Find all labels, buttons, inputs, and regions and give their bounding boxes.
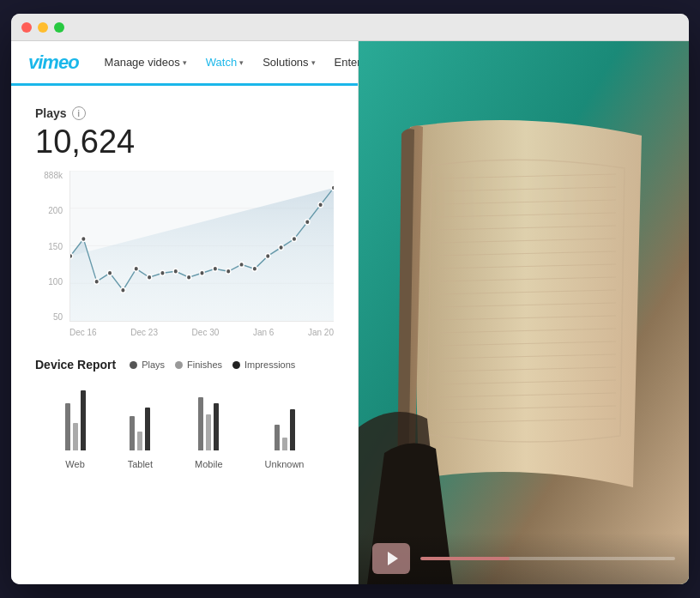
device-report-title: Device Report bbox=[35, 358, 116, 371]
svg-point-6 bbox=[94, 279, 99, 284]
bar-group-unknown: Unknown bbox=[265, 382, 305, 469]
x-label-dec30: Dec 30 bbox=[192, 328, 220, 337]
y-label-200: 200 bbox=[48, 206, 63, 215]
chart-area bbox=[69, 171, 334, 322]
bar-group-mobile: Mobile bbox=[195, 382, 222, 469]
bar-mobile-finishes bbox=[206, 414, 211, 450]
svg-point-15 bbox=[213, 266, 217, 271]
nav-watch[interactable]: Watch ▾ bbox=[206, 56, 244, 69]
svg-point-21 bbox=[292, 237, 296, 242]
y-label-100: 100 bbox=[48, 277, 63, 287]
bars-tablet bbox=[130, 382, 150, 450]
bar-group-tablet: Tablet bbox=[128, 382, 153, 469]
chevron-down-icon: ▾ bbox=[311, 58, 316, 67]
legend-finishes-dot bbox=[175, 361, 183, 369]
x-label-dec16: Dec 16 bbox=[69, 328, 97, 337]
progress-fill bbox=[420, 557, 510, 560]
progress-bar[interactable] bbox=[420, 557, 675, 560]
bar-web-plays bbox=[65, 403, 70, 450]
bar-label-unknown: Unknown bbox=[265, 459, 305, 469]
x-label-dec23: Dec 23 bbox=[130, 328, 158, 337]
y-label-50: 50 bbox=[53, 312, 63, 322]
bars-unknown bbox=[275, 382, 295, 450]
bars-container: Web Tablet bbox=[35, 384, 334, 469]
video-thumbnail bbox=[359, 41, 689, 584]
bar-label-mobile: Mobile bbox=[195, 459, 222, 469]
play-icon bbox=[388, 552, 398, 565]
svg-point-24 bbox=[331, 185, 334, 190]
chart-y-axis: 888k 200 150 100 50 bbox=[35, 171, 66, 322]
svg-point-9 bbox=[134, 266, 138, 271]
svg-point-17 bbox=[239, 262, 244, 267]
chart-x-axis: Dec 16 Dec 23 Dec 30 Jan 6 Jan 20 bbox=[69, 322, 334, 342]
svg-point-18 bbox=[252, 266, 256, 271]
right-panel bbox=[359, 41, 689, 584]
legend: Plays Finishes Impressions bbox=[130, 359, 295, 370]
bar-label-tablet: Tablet bbox=[128, 459, 153, 469]
bar-tablet-finishes bbox=[137, 432, 142, 450]
bar-unknown-plays bbox=[275, 425, 280, 450]
svg-point-12 bbox=[173, 269, 178, 274]
svg-point-13 bbox=[186, 275, 190, 280]
bar-web-impressions bbox=[81, 390, 86, 450]
maximize-button[interactable] bbox=[54, 22, 64, 33]
close-button[interactable] bbox=[21, 22, 32, 33]
bar-unknown-impressions bbox=[290, 409, 295, 450]
bar-mobile-plays bbox=[198, 397, 203, 450]
svg-point-23 bbox=[318, 202, 323, 208]
chart-container: 888k 200 150 100 50 bbox=[35, 171, 334, 342]
bar-group-web: Web bbox=[65, 382, 86, 469]
legend-impressions-dot bbox=[232, 361, 240, 369]
content-area: vimeo Manage videos ▾ Watch ▾ Solutions … bbox=[11, 41, 689, 584]
legend-finishes: Finishes bbox=[175, 359, 222, 370]
x-label-jan6: Jan 6 bbox=[253, 328, 274, 337]
legend-finishes-label: Finishes bbox=[187, 359, 222, 370]
bar-mobile-impressions bbox=[214, 403, 219, 450]
legend-impressions-label: Impressions bbox=[244, 359, 295, 370]
chevron-down-icon: ▾ bbox=[239, 58, 244, 67]
device-report: Device Report Plays Finishes bbox=[35, 358, 334, 469]
svg-point-20 bbox=[279, 245, 283, 251]
svg-point-16 bbox=[226, 269, 230, 274]
bar-unknown-finishes bbox=[282, 438, 287, 450]
nav-manage-videos[interactable]: Manage videos ▾ bbox=[105, 56, 187, 69]
svg-point-19 bbox=[266, 253, 270, 258]
bar-label-web: Web bbox=[65, 459, 84, 469]
bars-mobile bbox=[198, 382, 219, 450]
play-button[interactable] bbox=[372, 543, 410, 574]
legend-plays: Plays bbox=[130, 359, 165, 370]
svg-point-5 bbox=[81, 237, 86, 242]
minimize-button[interactable] bbox=[38, 22, 48, 33]
svg-point-7 bbox=[107, 270, 112, 275]
info-icon[interactable]: i bbox=[72, 106, 86, 120]
bar-tablet-impressions bbox=[145, 408, 150, 450]
main-content: Plays i 10,624 888k 200 150 100 50 bbox=[11, 86, 358, 584]
browser-window: vimeo Manage videos ▾ Watch ▾ Solutions … bbox=[11, 14, 689, 584]
bar-web-finishes bbox=[73, 423, 78, 450]
svg-point-8 bbox=[121, 287, 125, 293]
y-label-888k: 888k bbox=[44, 171, 63, 180]
title-bar bbox=[11, 14, 689, 41]
chevron-down-icon: ▾ bbox=[183, 58, 187, 67]
svg-point-14 bbox=[200, 270, 204, 275]
nav-solutions[interactable]: Solutions ▾ bbox=[262, 56, 315, 69]
plays-count: 10,624 bbox=[35, 124, 334, 160]
legend-plays-dot bbox=[130, 361, 137, 369]
plays-label: Plays i bbox=[35, 106, 334, 120]
svg-point-10 bbox=[147, 275, 151, 280]
svg-point-11 bbox=[160, 270, 165, 275]
svg-point-4 bbox=[70, 253, 73, 258]
vimeo-logo: vimeo bbox=[28, 51, 79, 74]
video-controls bbox=[359, 533, 689, 584]
legend-impressions: Impressions bbox=[232, 359, 295, 370]
device-report-header: Device Report Plays Finishes bbox=[35, 358, 334, 371]
x-label-jan20: Jan 20 bbox=[308, 328, 334, 337]
bars-web bbox=[65, 382, 86, 450]
y-label-150: 150 bbox=[48, 242, 63, 251]
svg-point-22 bbox=[305, 220, 310, 225]
bar-tablet-plays bbox=[130, 416, 135, 450]
left-panel: vimeo Manage videos ▾ Watch ▾ Solutions … bbox=[11, 41, 359, 584]
legend-plays-label: Plays bbox=[142, 359, 165, 370]
nav-bar: vimeo Manage videos ▾ Watch ▾ Solutions … bbox=[11, 41, 358, 86]
